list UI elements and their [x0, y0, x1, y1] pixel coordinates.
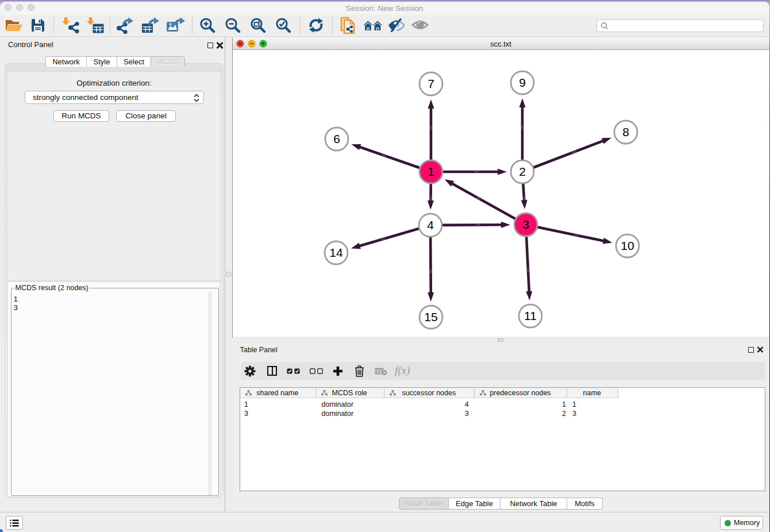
svg-text:14: 14 — [329, 246, 343, 259]
svg-text:11: 11 — [524, 309, 537, 322]
svg-text:8: 8 — [622, 125, 629, 138]
svg-text:15: 15 — [424, 310, 437, 323]
svg-text:7: 7 — [428, 77, 434, 90]
svg-text:3: 3 — [522, 218, 529, 231]
svg-text:2: 2 — [519, 165, 526, 178]
svg-text:4: 4 — [427, 218, 434, 232]
svg-text:1: 1 — [428, 165, 434, 178]
svg-text:10: 10 — [621, 239, 634, 252]
svg-text:9: 9 — [519, 76, 526, 89]
svg-text:6: 6 — [333, 132, 340, 145]
